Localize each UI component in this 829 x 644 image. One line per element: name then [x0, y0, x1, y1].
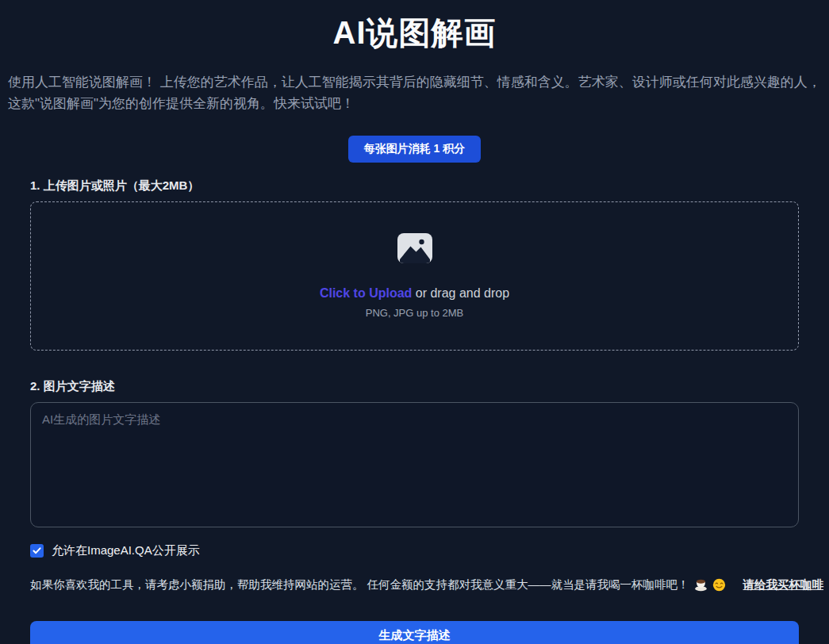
coffee-emoji-icon	[694, 578, 708, 592]
donation-row: 如果你喜欢我的工具，请考虑小额捐助，帮助我维持网站的运营。 任何金额的支持都对我…	[30, 577, 799, 592]
upload-section-label: 1. 上传图片或照片（最大2MB）	[30, 178, 799, 194]
generate-description-button[interactable]: 生成文字描述	[30, 621, 799, 644]
credit-cost-badge: 每张图片消耗 1 积分	[348, 136, 482, 163]
public-display-label[interactable]: 允许在ImageAI.QA公开展示	[52, 543, 200, 558]
main-form: 1. 上传图片或照片（最大2MB） Click to Upload or dra…	[30, 178, 799, 644]
drag-drop-hint: or drag and drop	[412, 286, 509, 300]
click-to-upload-link[interactable]: Click to Upload	[320, 286, 412, 300]
donation-text: 如果你喜欢我的工具，请考虑小额捐助，帮助我维持网站的运营。 任何金额的支持都对我…	[30, 577, 689, 592]
image-photo-icon	[397, 233, 432, 266]
upload-dropzone[interactable]: Click to Upload or drag and drop PNG, JP…	[30, 201, 799, 351]
public-display-checkbox[interactable]	[30, 544, 44, 558]
credit-badge-row: 每张图片消耗 1 积分	[8, 136, 821, 163]
description-section-label: 2. 图片文字描述	[30, 379, 799, 394]
buy-coffee-link[interactable]: 请给我买杯咖啡	[743, 577, 824, 592]
file-type-hint: PNG, JPG up to 2MB	[366, 307, 464, 319]
public-display-row: 允许在ImageAI.QA公开展示	[30, 543, 799, 558]
smile-emoji-icon	[712, 578, 726, 592]
page-description: 使用人工智能说图解画！ 上传您的艺术作品，让人工智能揭示其背后的隐藏细节、情感和…	[8, 71, 821, 114]
page-title: AI说图解画	[8, 11, 821, 55]
image-description-textarea[interactable]	[30, 402, 799, 527]
page: AI说图解画 使用人工智能说图解画！ 上传您的艺术作品，让人工智能揭示其背后的隐…	[0, 0, 829, 644]
upload-instructions: Click to Upload or drag and drop	[320, 286, 509, 301]
